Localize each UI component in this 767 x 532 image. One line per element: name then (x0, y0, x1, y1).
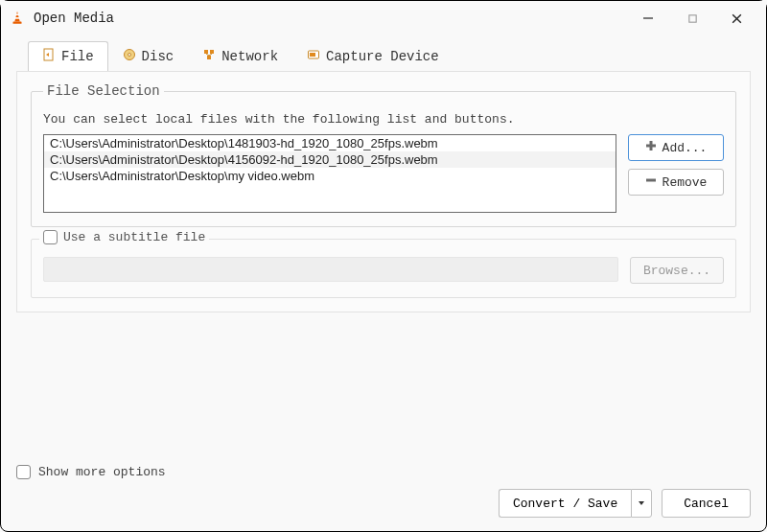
tab-label: Network (221, 49, 278, 64)
file-selection-legend: File Selection (43, 83, 164, 99)
subtitle-path-input (43, 257, 618, 282)
convert-save-button[interactable]: Convert / Save (499, 489, 631, 518)
svg-rect-2 (13, 22, 22, 24)
tab-network[interactable]: Network (188, 41, 292, 71)
subtitle-checkbox-label: Use a subtitle file (63, 230, 205, 244)
disc-icon (123, 48, 136, 65)
footer: Show more options Convert / Save Cancel (1, 457, 766, 531)
minimize-button[interactable] (626, 4, 670, 33)
titlebar: Open Media (1, 1, 766, 35)
remove-button[interactable]: Remove (628, 169, 724, 196)
plus-icon (645, 140, 657, 155)
vlc-cone-icon (9, 10, 26, 27)
browse-button-label: Browse... (643, 264, 710, 278)
svg-rect-12 (207, 56, 211, 59)
cancel-label: Cancel (684, 497, 729, 511)
show-more-options-checkbox[interactable] (16, 465, 31, 479)
svg-rect-16 (310, 53, 315, 57)
tab-bar: File Disc Network Capture Device (1, 41, 766, 71)
network-icon (202, 48, 216, 65)
file-list-item[interactable]: C:\Users\Administrator\Desktop\1481903-h… (44, 135, 616, 151)
tab-label: Capture Device (326, 49, 439, 64)
file-list-item[interactable]: C:\Users\Administrator\Desktop\4156092-h… (44, 151, 616, 168)
show-more-options-row[interactable]: Show more options (16, 465, 751, 479)
svg-rect-1 (14, 17, 19, 19)
window-controls (626, 4, 758, 33)
add-button-label: Add... (662, 141, 708, 155)
svg-point-9 (128, 54, 130, 57)
capture-icon (307, 48, 320, 65)
file-list-item[interactable]: C:\Users\Administrator\Desktop\my video.… (44, 168, 616, 184)
tab-label: File (61, 49, 94, 64)
file-list[interactable]: C:\Users\Administrator\Desktop\1481903-h… (43, 134, 616, 213)
tab-disc[interactable]: Disc (108, 41, 189, 71)
subtitle-group: Use a subtitle file Browse... (31, 239, 736, 298)
svg-rect-4 (688, 14, 695, 21)
cancel-button[interactable]: Cancel (662, 489, 751, 518)
minus-icon (645, 174, 657, 190)
open-media-window: Open Media File Disc (0, 0, 767, 532)
convert-save-label: Convert / Save (513, 497, 617, 511)
svg-rect-10 (204, 50, 208, 54)
convert-save-dropdown[interactable] (631, 489, 652, 518)
content-area: File Selection You can select local file… (1, 71, 766, 457)
subtitle-checkbox[interactable] (43, 230, 58, 244)
svg-line-13 (206, 54, 209, 56)
svg-rect-11 (210, 50, 214, 54)
tab-file[interactable]: File (28, 41, 108, 71)
file-panel: File Selection You can select local file… (16, 71, 751, 312)
browse-button: Browse... (630, 257, 724, 284)
show-more-options-label: Show more options (38, 465, 166, 479)
add-button[interactable]: Add... (628, 134, 724, 161)
remove-button-label: Remove (662, 175, 708, 190)
tab-label: Disc (142, 49, 174, 64)
file-icon (42, 48, 56, 65)
file-selection-hint: You can select local files with the foll… (43, 112, 724, 127)
tab-capture-device[interactable]: Capture Device (292, 41, 453, 71)
svg-rect-0 (15, 14, 19, 16)
maximize-button[interactable] (670, 4, 714, 33)
caret-down-icon (638, 497, 645, 511)
svg-line-14 (209, 54, 212, 56)
window-title: Open Media (34, 11, 626, 26)
convert-save-split-button: Convert / Save (499, 489, 652, 518)
close-button[interactable] (714, 4, 758, 33)
file-selection-group: File Selection You can select local file… (31, 83, 736, 227)
